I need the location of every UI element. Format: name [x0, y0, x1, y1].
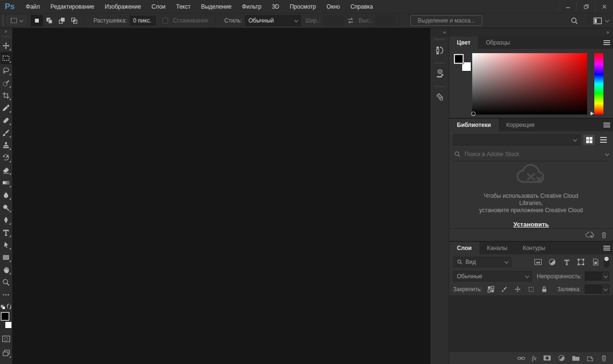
blur-tool[interactable]	[0, 189, 12, 201]
opacity-combo[interactable]	[585, 272, 609, 281]
filter-shape-layers-button[interactable]	[575, 257, 587, 267]
toolbar-grip[interactable]	[2, 36, 10, 37]
antialias-checkbox[interactable]	[162, 18, 168, 23]
filter-type-layers-button[interactable]	[561, 257, 572, 267]
adobe-stock-search[interactable]: Поиск в Adobe Stock	[453, 148, 609, 161]
color-field-cursor[interactable]	[471, 112, 476, 116]
fx-icon[interactable]: fx	[532, 354, 536, 362]
chevron-down-icon[interactable]	[605, 152, 609, 156]
menu-window[interactable]: Окно	[321, 0, 345, 13]
rectangle-shape-tool[interactable]	[0, 251, 12, 263]
info-panel-button[interactable]	[431, 89, 448, 106]
background-color-swatch[interactable]	[5, 321, 12, 329]
layer-filter-toggle[interactable]	[604, 256, 609, 268]
dodge-tool[interactable]	[0, 201, 12, 214]
expand-panels-button[interactable]: «	[431, 28, 449, 36]
quick-mask-button[interactable]	[0, 332, 12, 345]
hue-slider-pointer[interactable]	[590, 112, 594, 115]
zoom-tool[interactable]	[0, 276, 12, 288]
pen-tool[interactable]	[0, 214, 12, 226]
tab-libraries[interactable]: Библиотеки	[449, 119, 499, 131]
search-icon[interactable]	[570, 17, 579, 25]
lasso-tool[interactable]	[0, 64, 12, 77]
panel-grip[interactable]	[435, 86, 444, 87]
lock-all-button[interactable]	[540, 284, 549, 294]
feather-input[interactable]	[130, 16, 156, 25]
hand-tool[interactable]	[0, 263, 12, 276]
default-colors-icon[interactable]	[0, 305, 6, 310]
intersect-selection-button[interactable]	[68, 15, 80, 26]
lock-position-button[interactable]	[513, 284, 522, 294]
height-input[interactable]	[375, 16, 396, 25]
new-selection-button[interactable]	[31, 15, 43, 26]
eyedropper-tool[interactable]	[0, 102, 12, 114]
select-and-mask-button[interactable]: Выделение и маска...	[410, 15, 482, 26]
foreground-color-swatch[interactable]	[454, 54, 464, 64]
gradient-tool[interactable]	[0, 176, 12, 189]
tab-color[interactable]: Цвет	[449, 36, 478, 49]
menu-filter[interactable]: Фильтр	[237, 0, 266, 13]
saturation-brightness-field[interactable]	[472, 53, 587, 114]
edit-toolbar-button[interactable]	[0, 288, 12, 301]
layer-filter-select[interactable]: Вид	[453, 257, 511, 267]
brush-tool[interactable]	[0, 126, 12, 139]
tab-swatches[interactable]: Образцы	[478, 36, 517, 49]
lock-transparency-button[interactable]	[486, 284, 496, 294]
tab-layers[interactable]: Слои	[449, 242, 479, 254]
menu-file[interactable]: Файл	[21, 0, 45, 13]
panel-grip[interactable]	[435, 39, 444, 40]
layers-panel-menu-button[interactable]	[601, 242, 613, 254]
hue-slider[interactable]	[594, 53, 603, 114]
swap-colors-icon[interactable]	[6, 304, 12, 309]
collapse-panels-button[interactable]: »	[449, 28, 613, 36]
layer-mask-icon[interactable]	[543, 355, 551, 361]
foreground-color-swatch[interactable]	[1, 312, 9, 320]
install-link[interactable]: Установить	[513, 221, 549, 228]
history-brush-tool[interactable]	[0, 151, 12, 164]
menu-select[interactable]: Выделение	[196, 0, 237, 13]
filter-adjustment-layers-button[interactable]	[546, 257, 558, 267]
eraser-tool[interactable]	[0, 164, 12, 176]
tool-preset-picker[interactable]	[7, 16, 26, 25]
link-icon[interactable]	[517, 355, 525, 361]
rectangular-marquee-tool[interactable]	[0, 52, 12, 64]
fill-input[interactable]	[585, 284, 602, 294]
chevron-down-icon[interactable]	[605, 18, 609, 22]
panel-grip[interactable]	[435, 62, 444, 64]
history-panel-button[interactable]	[431, 42, 448, 59]
color-panel-menu-button[interactable]	[601, 36, 613, 49]
spot-healing-brush-tool[interactable]	[0, 114, 12, 126]
library-select[interactable]	[453, 134, 580, 146]
swap-dimensions-icon[interactable]	[346, 17, 355, 24]
screen-mode-button[interactable]	[0, 347, 12, 359]
style-select[interactable]: Обычный	[245, 15, 301, 26]
filter-pixel-layers-button[interactable]	[532, 257, 544, 267]
grid-view-button[interactable]	[583, 135, 595, 145]
layers-list[interactable]	[449, 296, 613, 352]
tab-adjustments[interactable]: Коррекция	[499, 119, 542, 131]
menu-image[interactable]: Изображение	[100, 0, 147, 13]
subtract-from-selection-button[interactable]	[56, 15, 68, 26]
width-input[interactable]	[323, 16, 343, 25]
properties-panel-button[interactable]	[431, 65, 448, 82]
add-to-selection-button[interactable]	[43, 15, 56, 26]
menu-help[interactable]: Справка	[345, 0, 378, 13]
move-tool[interactable]	[0, 39, 12, 52]
menu-view[interactable]: Просмотр	[284, 0, 321, 13]
filter-smart-objects-button[interactable]	[590, 257, 601, 267]
workspace-icon[interactable]	[593, 17, 602, 24]
type-tool[interactable]	[0, 226, 12, 239]
trash-icon[interactable]	[601, 231, 607, 239]
group-icon[interactable]	[572, 355, 580, 361]
options-bar-grip[interactable]	[1, 15, 5, 26]
menu-layers[interactable]: Слои	[146, 0, 170, 13]
close-button[interactable]	[595, 1, 613, 12]
tab-channels[interactable]: Каналы	[479, 242, 515, 254]
libraries-panel-menu-button[interactable]	[601, 119, 613, 131]
blend-mode-select[interactable]: Обычные	[453, 271, 532, 282]
foreground-background-colors[interactable]	[0, 312, 12, 329]
toolbar-expand-button[interactable]: »	[0, 28, 12, 35]
tab-paths[interactable]: Контуры	[515, 242, 553, 254]
lock-pixels-button[interactable]	[499, 284, 509, 294]
clone-stamp-tool[interactable]	[0, 139, 12, 151]
